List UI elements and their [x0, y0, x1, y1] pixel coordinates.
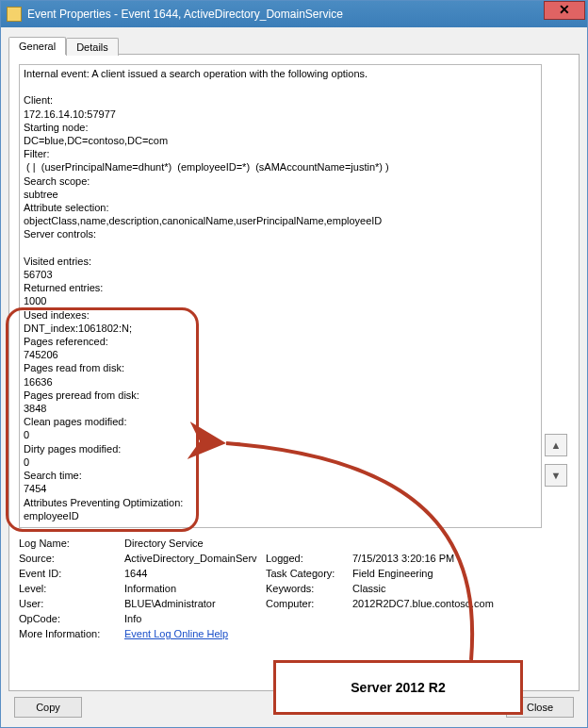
detail-line: Clean pages modified:	[24, 415, 537, 428]
tab-details[interactable]: Details	[66, 38, 119, 56]
level-label: Level:	[19, 583, 124, 594]
copy-button[interactable]: Copy	[14, 697, 82, 718]
next-record-button[interactable]: ▼	[545, 464, 567, 487]
general-panel: Internal event: A client issued a search…	[8, 54, 580, 691]
detail-line: Filter:	[24, 147, 537, 160]
user-value: BLUE\Administrator	[124, 598, 266, 609]
logged-label: Logged:	[266, 553, 352, 564]
titlebar: Event Properties - Event 1644, ActiveDir…	[1, 1, 587, 27]
opcode-value: Info	[124, 613, 266, 624]
detail-line: Search scope:	[24, 174, 537, 188]
detail-line: Server controls:	[24, 227, 537, 240]
detail-line: Pages preread from disk:	[24, 389, 537, 402]
detail-line: 172.16.14.10:57977	[24, 108, 537, 121]
detail-line: Internal event: A client issued a search…	[24, 67, 537, 80]
user-label: User:	[19, 598, 124, 609]
detail-line: 16636	[24, 375, 537, 389]
event-id-value: 1644	[124, 568, 266, 579]
opcode-label: OpCode:	[19, 613, 124, 624]
tab-general[interactable]: General	[8, 37, 66, 55]
detail-line: 56703	[24, 268, 537, 281]
app-icon	[7, 7, 22, 22]
detail-line: Pages read from disk:	[24, 361, 537, 374]
log-name-label: Log Name:	[19, 538, 124, 549]
detail-line: Starting node:	[24, 121, 537, 134]
record-nav: ▲ ▼	[545, 434, 567, 487]
detail-line: Visited entries:	[24, 255, 537, 268]
event-metadata: Log Name: Directory Service Source: Acti…	[19, 538, 569, 643]
detail-line: Search time:	[24, 469, 537, 482]
more-info-link[interactable]: Event Log Online Help	[124, 628, 228, 639]
more-info-label: More Information:	[19, 628, 124, 639]
prev-record-button[interactable]: ▲	[545, 434, 567, 456]
detail-line: 0	[24, 455, 537, 469]
detail-line	[24, 241, 537, 255]
detail-line: 745206	[24, 348, 537, 361]
event-properties-window: Event Properties - Event 1644, ActiveDir…	[0, 0, 588, 728]
logged-value: 7/15/2013 3:20:16 PM	[352, 553, 569, 564]
log-name-value: Directory Service	[124, 538, 204, 549]
detail-line: Client:	[24, 93, 537, 107]
computer-label: Computer:	[266, 598, 352, 609]
detail-line: DNT_index:1061802:N;	[24, 322, 537, 335]
task-category-label: Task Category:	[266, 568, 352, 579]
detail-line: employeeID	[24, 509, 537, 522]
detail-line: 0	[24, 428, 537, 441]
close-button[interactable]: Close	[506, 697, 574, 718]
level-value: Information	[124, 583, 266, 594]
detail-line: subtree	[24, 188, 537, 201]
detail-line: Attributes Preventing Optimization:	[24, 496, 537, 509]
detail-line: DC=blue,DC=contoso,DC=com	[24, 134, 537, 147]
source-value: ActiveDirectory_DomainServ	[124, 553, 266, 564]
event-description-box[interactable]: Internal event: A client issued a search…	[19, 64, 542, 528]
detail-line: Dirty pages modified:	[24, 442, 537, 455]
task-category-value: Field Engineering	[352, 568, 569, 579]
detail-line: 3848	[24, 402, 537, 415]
detail-line: Returned entries:	[24, 281, 537, 294]
keywords-value: Classic	[352, 583, 569, 594]
keywords-label: Keywords:	[266, 583, 352, 594]
detail-line: Used indexes:	[24, 308, 537, 322]
detail-line	[24, 80, 537, 93]
client-area: General Details Internal event: A client…	[1, 27, 587, 727]
detail-line: objectClass,name,description,canonicalNa…	[24, 214, 537, 227]
event-id-label: Event ID:	[19, 568, 124, 579]
detail-line: Pages referenced:	[24, 335, 537, 348]
tab-strip: General Details	[8, 37, 580, 55]
window-close-button[interactable]: ✕	[544, 1, 585, 20]
detail-line: Attribute selection:	[24, 201, 537, 214]
source-label: Source:	[19, 553, 124, 564]
computer-value: 2012R2DC7.blue.contoso.com	[352, 598, 569, 609]
window-title: Event Properties - Event 1644, ActiveDir…	[27, 8, 587, 21]
detail-line: 7454	[24, 482, 537, 495]
detail-line: ( | (userPrincipalName=dhunt*) (employee…	[24, 160, 537, 174]
dialog-button-bar: Copy Close	[8, 691, 580, 720]
detail-line: 1000	[24, 294, 537, 307]
